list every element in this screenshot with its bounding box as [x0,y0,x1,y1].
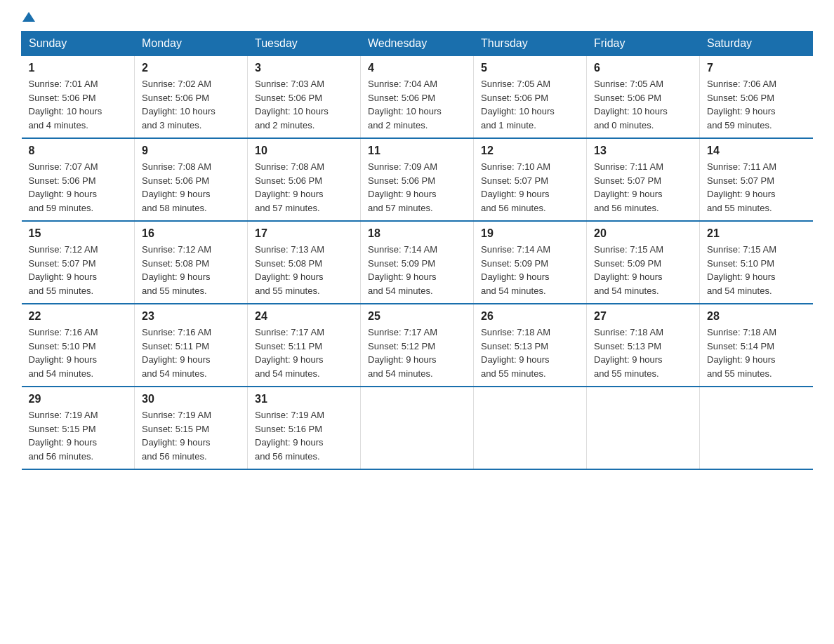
day-info: Sunrise: 7:03 AMSunset: 5:06 PMDaylight:… [255,77,353,132]
day-info: Sunrise: 7:05 AMSunset: 5:06 PMDaylight:… [594,77,692,132]
calendar-day-cell: 6 Sunrise: 7:05 AMSunset: 5:06 PMDayligh… [587,56,700,139]
calendar-week-row: 8 Sunrise: 7:07 AMSunset: 5:06 PMDayligh… [22,138,813,221]
logo [21,14,35,24]
day-number: 18 [368,227,466,240]
calendar-day-cell: 14 Sunrise: 7:11 AMSunset: 5:07 PMDaylig… [700,138,813,221]
day-number: 16 [142,227,240,240]
day-info: Sunrise: 7:13 AMSunset: 5:08 PMDaylight:… [255,243,353,297]
weekday-header-saturday: Saturday [700,32,813,56]
calendar-day-cell: 4 Sunrise: 7:04 AMSunset: 5:06 PMDayligh… [361,56,474,139]
day-info: Sunrise: 7:05 AMSunset: 5:06 PMDaylight:… [481,77,579,132]
day-number: 10 [255,145,353,157]
calendar-day-cell: 28 Sunrise: 7:18 AMSunset: 5:14 PMDaylig… [700,304,813,387]
day-info: Sunrise: 7:08 AMSunset: 5:06 PMDaylight:… [142,160,240,215]
calendar-week-row: 29 Sunrise: 7:19 AMSunset: 5:15 PMDaylig… [22,387,813,469]
day-number: 8 [29,145,128,157]
calendar-empty-cell [474,387,587,469]
page-header [21,14,813,24]
day-info: Sunrise: 7:12 AMSunset: 5:08 PMDaylight:… [142,243,240,297]
calendar-week-row: 22 Sunrise: 7:16 AMSunset: 5:10 PMDaylig… [22,304,813,387]
day-number: 14 [707,145,806,157]
day-info: Sunrise: 7:16 AMSunset: 5:11 PMDaylight:… [142,326,240,380]
day-number: 19 [481,227,579,240]
calendar-week-row: 15 Sunrise: 7:12 AMSunset: 5:07 PMDaylig… [22,221,813,304]
logo-triangle-icon [22,12,35,22]
calendar-table: SundayMondayTuesdayWednesdayThursdayFrid… [21,31,813,470]
day-number: 4 [368,62,466,74]
day-number: 13 [594,145,692,157]
calendar-day-cell: 18 Sunrise: 7:14 AMSunset: 5:09 PMDaylig… [361,221,474,304]
day-info: Sunrise: 7:19 AMSunset: 5:15 PMDaylight:… [142,408,240,463]
calendar-day-cell: 3 Sunrise: 7:03 AMSunset: 5:06 PMDayligh… [248,56,361,139]
calendar-day-cell: 16 Sunrise: 7:12 AMSunset: 5:08 PMDaylig… [135,221,248,304]
day-info: Sunrise: 7:01 AMSunset: 5:06 PMDaylight:… [29,77,128,132]
weekday-header-tuesday: Tuesday [248,32,361,56]
day-number: 15 [29,227,128,240]
day-number: 1 [29,62,128,74]
day-number: 27 [594,310,692,323]
calendar-day-cell: 13 Sunrise: 7:11 AMSunset: 5:07 PMDaylig… [587,138,700,221]
day-number: 24 [255,310,353,323]
day-number: 20 [594,227,692,240]
day-info: Sunrise: 7:19 AMSunset: 5:15 PMDaylight:… [29,408,128,463]
day-number: 17 [255,227,353,240]
day-info: Sunrise: 7:04 AMSunset: 5:06 PMDaylight:… [368,77,466,132]
calendar-day-cell: 8 Sunrise: 7:07 AMSunset: 5:06 PMDayligh… [22,138,135,221]
day-info: Sunrise: 7:17 AMSunset: 5:12 PMDaylight:… [368,326,466,380]
day-info: Sunrise: 7:18 AMSunset: 5:14 PMDaylight:… [707,326,806,380]
calendar-day-cell: 25 Sunrise: 7:17 AMSunset: 5:12 PMDaylig… [361,304,474,387]
day-info: Sunrise: 7:19 AMSunset: 5:16 PMDaylight:… [255,408,353,463]
day-info: Sunrise: 7:06 AMSunset: 5:06 PMDaylight:… [707,77,806,132]
calendar-day-cell: 17 Sunrise: 7:13 AMSunset: 5:08 PMDaylig… [248,221,361,304]
day-number: 23 [142,310,240,323]
day-number: 31 [255,393,353,405]
day-number: 29 [29,393,128,405]
calendar-day-cell: 7 Sunrise: 7:06 AMSunset: 5:06 PMDayligh… [700,56,813,139]
calendar-day-cell: 20 Sunrise: 7:15 AMSunset: 5:09 PMDaylig… [587,221,700,304]
calendar-day-cell: 24 Sunrise: 7:17 AMSunset: 5:11 PMDaylig… [248,304,361,387]
day-info: Sunrise: 7:11 AMSunset: 5:07 PMDaylight:… [707,160,806,215]
calendar-empty-cell [587,387,700,469]
day-number: 9 [142,145,240,157]
day-number: 25 [368,310,466,323]
calendar-day-cell: 1 Sunrise: 7:01 AMSunset: 5:06 PMDayligh… [22,56,135,139]
calendar-day-cell: 22 Sunrise: 7:16 AMSunset: 5:10 PMDaylig… [22,304,135,387]
calendar-empty-cell [361,387,474,469]
day-info: Sunrise: 7:12 AMSunset: 5:07 PMDaylight:… [29,243,128,297]
day-info: Sunrise: 7:07 AMSunset: 5:06 PMDaylight:… [29,160,128,215]
calendar-day-cell: 31 Sunrise: 7:19 AMSunset: 5:16 PMDaylig… [248,387,361,469]
weekday-header-sunday: Sunday [22,32,135,56]
calendar-empty-cell [700,387,813,469]
day-info: Sunrise: 7:17 AMSunset: 5:11 PMDaylight:… [255,326,353,380]
day-info: Sunrise: 7:02 AMSunset: 5:06 PMDaylight:… [142,77,240,132]
day-number: 30 [142,393,240,405]
day-info: Sunrise: 7:15 AMSunset: 5:09 PMDaylight:… [594,243,692,297]
calendar-day-cell: 21 Sunrise: 7:15 AMSunset: 5:10 PMDaylig… [700,221,813,304]
calendar-day-cell: 23 Sunrise: 7:16 AMSunset: 5:11 PMDaylig… [135,304,248,387]
day-number: 21 [707,227,806,240]
calendar-header-row: SundayMondayTuesdayWednesdayThursdayFrid… [22,32,813,56]
weekday-header-thursday: Thursday [474,32,587,56]
day-info: Sunrise: 7:15 AMSunset: 5:10 PMDaylight:… [707,243,806,297]
day-number: 11 [368,145,466,157]
day-number: 5 [481,62,579,74]
day-number: 12 [481,145,579,157]
day-number: 7 [707,62,806,74]
day-info: Sunrise: 7:10 AMSunset: 5:07 PMDaylight:… [481,160,579,215]
day-number: 2 [142,62,240,74]
calendar-day-cell: 15 Sunrise: 7:12 AMSunset: 5:07 PMDaylig… [22,221,135,304]
calendar-day-cell: 29 Sunrise: 7:19 AMSunset: 5:15 PMDaylig… [22,387,135,469]
calendar-day-cell: 30 Sunrise: 7:19 AMSunset: 5:15 PMDaylig… [135,387,248,469]
calendar-week-row: 1 Sunrise: 7:01 AMSunset: 5:06 PMDayligh… [22,56,813,139]
calendar-day-cell: 12 Sunrise: 7:10 AMSunset: 5:07 PMDaylig… [474,138,587,221]
day-info: Sunrise: 7:18 AMSunset: 5:13 PMDaylight:… [594,326,692,380]
calendar-day-cell: 2 Sunrise: 7:02 AMSunset: 5:06 PMDayligh… [135,56,248,139]
day-info: Sunrise: 7:08 AMSunset: 5:06 PMDaylight:… [255,160,353,215]
calendar-day-cell: 27 Sunrise: 7:18 AMSunset: 5:13 PMDaylig… [587,304,700,387]
day-number: 3 [255,62,353,74]
day-number: 28 [707,310,806,323]
day-info: Sunrise: 7:09 AMSunset: 5:06 PMDaylight:… [368,160,466,215]
day-info: Sunrise: 7:18 AMSunset: 5:13 PMDaylight:… [481,326,579,380]
calendar-day-cell: 19 Sunrise: 7:14 AMSunset: 5:09 PMDaylig… [474,221,587,304]
day-number: 6 [594,62,692,74]
